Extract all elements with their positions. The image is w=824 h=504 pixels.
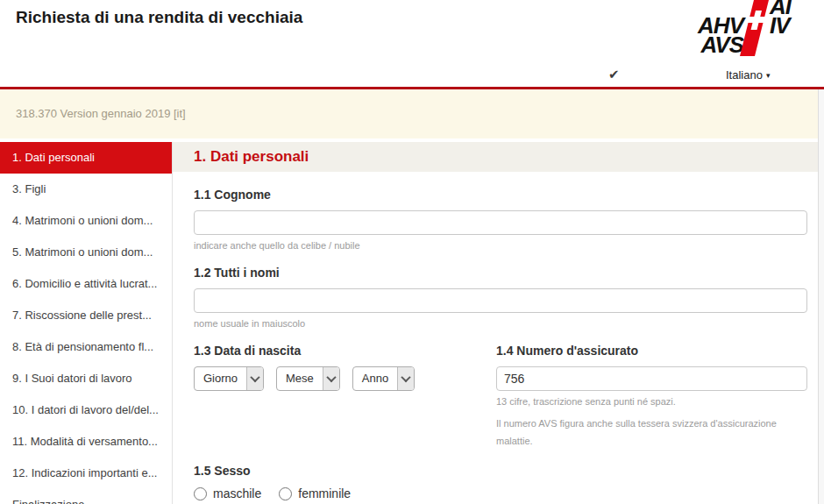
data-di-nascita-label: 1.3 Data di nascita: [194, 344, 496, 358]
sidebar-item-matrimoni-4[interactable]: 4. Matrimoni o unioni dom...: [0, 205, 172, 237]
sesso-label: 1.5 Sesso: [194, 464, 807, 479]
logo-text-ahv-avs: AHV AVS: [698, 16, 743, 54]
sidebar-item-datori-lavoro-del[interactable]: 10. I datori di lavoro del/del...: [0, 394, 172, 426]
check-icon[interactable]: ✔: [608, 67, 620, 82]
language-selected-label: Italiano: [726, 68, 763, 82]
sidebar-item-riscossione[interactable]: 7. Riscossione delle prest...: [0, 300, 172, 331]
giorno-select-value: Giorno: [195, 367, 246, 390]
logo-line-iv: IV: [770, 16, 791, 35]
cognome-label: 1.1 Cognome: [194, 188, 807, 202]
cognome-help: indicare anche quello da celibe / nubile: [194, 239, 807, 252]
tutti-i-nomi-input[interactable]: [194, 288, 807, 313]
sidebar-item-modalita-versamento[interactable]: 11. Modalità di versamento...: [0, 426, 172, 458]
chevron-down-icon: ▾: [766, 71, 771, 80]
radio-femminile[interactable]: [279, 487, 292, 500]
field-numero-assicurato: 1.4 Numero d'assicurato 13 cifre, trascr…: [496, 344, 807, 450]
tutti-i-nomi-help: nome usuale in maiuscolo: [194, 317, 807, 330]
chevron-down-icon: [323, 367, 339, 390]
field-cognome: 1.1 Cognome indicare anche quello da cel…: [194, 188, 807, 252]
page: Richiesta di una rendita di vecchiaia AH…: [0, 0, 824, 504]
radio-maschile[interactable]: [194, 487, 207, 500]
form: 1.1 Cognome indicare anche quello da cel…: [173, 172, 824, 500]
field-tutti-i-nomi: 1.2 Tutti i nomi nome usuale in maiuscol…: [194, 266, 807, 330]
anno-select-value: Anno: [353, 367, 397, 390]
ahv-avs-logo: AHV AVS AI IV: [698, 0, 791, 56]
field-sesso: 1.5 Sesso maschile femminile: [194, 464, 807, 500]
sidebar-item-finalizzazione[interactable]: Finalizzazione: [0, 489, 172, 504]
sidebar-item-domicilio[interactable]: 6. Domicilio e attività lucrat...: [0, 268, 172, 300]
giorno-select[interactable]: Giorno: [194, 366, 264, 391]
numero-assicurato-help-1: 13 cifre, trascrizione senza punti né sp…: [496, 395, 807, 408]
section-title: 1. Dati personali: [194, 148, 309, 165]
version-bar: 318.370 Version gennaio 2019 [it]: [0, 89, 824, 138]
mese-select-value: Mese: [277, 367, 323, 390]
page-title: Richiesta di una rendita di vecchiaia: [16, 8, 302, 27]
cross-horizontal: [748, 17, 766, 23]
tutti-i-nomi-label: 1.2 Tutti i nomi: [194, 266, 807, 280]
anno-select[interactable]: Anno: [352, 366, 415, 391]
radio-maschile-label: maschile: [213, 486, 261, 500]
section-header: 1. Dati personali: [173, 142, 824, 172]
sidebar-item-indicazioni[interactable]: 12. Indicazioni importanti e...: [0, 458, 172, 489]
field-data-di-nascita: 1.3 Data di nascita Giorno Mese: [194, 344, 496, 450]
chevron-down-icon: [246, 367, 263, 390]
sidebar-item-matrimoni-5[interactable]: 5. Matrimoni o unioni dom...: [0, 237, 172, 268]
scrollbar[interactable]: [818, 89, 824, 504]
top-header: Richiesta di una rendita di vecchiaia AH…: [0, 0, 824, 87]
numero-assicurato-help-2: Il numero AVS figura anche sulla tessera…: [496, 415, 807, 450]
sidebar: 1. Dati personali 3. Figli 4. Matrimoni …: [0, 142, 173, 504]
sidebar-item-figli[interactable]: 3. Figli: [0, 174, 172, 205]
cognome-input[interactable]: [194, 210, 807, 235]
sidebar-item-dati-personali[interactable]: 1. Dati personali: [0, 142, 172, 174]
logo-line-avs: AVS: [698, 35, 743, 54]
numero-assicurato-label: 1.4 Numero d'assicurato: [496, 344, 807, 358]
language-selector[interactable]: Italiano▾: [726, 68, 770, 82]
logo-text-ai-iv: AI IV: [770, 0, 791, 35]
numero-assicurato-input[interactable]: [496, 366, 807, 391]
radio-femminile-label: femminile: [298, 486, 351, 500]
chevron-down-icon: [397, 367, 414, 390]
mese-select[interactable]: Mese: [276, 366, 340, 391]
version-text: 318.370 Version gennaio 2019 [it]: [16, 89, 824, 138]
sidebar-item-eta-pensionamento[interactable]: 8. Età di pensionamento fl...: [0, 331, 172, 363]
sidebar-item-datori-lavoro[interactable]: 9. I Suoi datori di lavoro: [0, 363, 172, 394]
main-content: 1. Dati personali 1.1 Cognome indicare a…: [173, 142, 824, 504]
